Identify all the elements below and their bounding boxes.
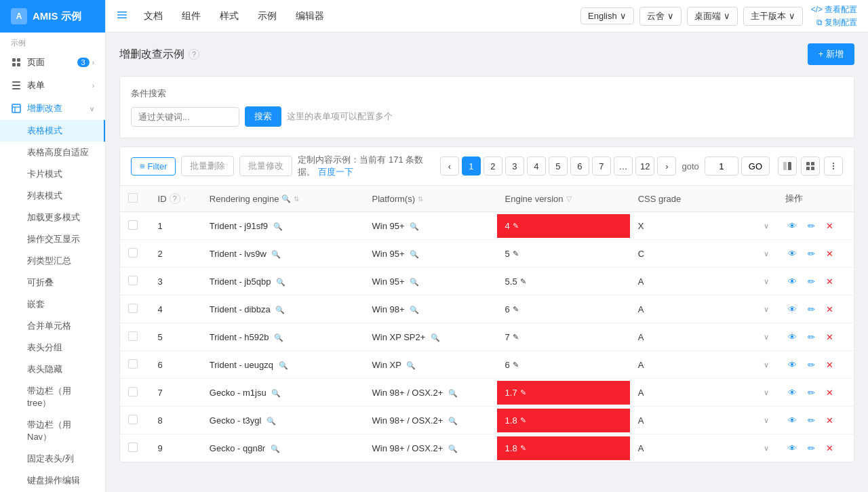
row-expand-icon[interactable]: ∨ [764, 444, 769, 453]
edit-icon[interactable]: ✏ [804, 386, 818, 399]
page-btn-3[interactable]: 3 [505, 157, 524, 176]
row-render-search-icon[interactable]: 🔍 [275, 306, 285, 314]
row-engine-edit-icon[interactable]: ✎ [520, 388, 526, 397]
nav-components[interactable]: 组件 [174, 0, 209, 33]
nav-styles[interactable]: 样式 [212, 0, 247, 33]
toolbar-hint-link[interactable]: 百度一下 [318, 167, 353, 177]
sidebar-sub-list-mode[interactable]: 列表模式 [0, 185, 105, 207]
row-expand-icon[interactable]: ∨ [764, 361, 769, 369]
goto-input[interactable] [705, 157, 738, 176]
row-render-search-icon[interactable]: 🔍 [271, 250, 281, 258]
delete-icon[interactable]: ✕ [823, 413, 837, 427]
column-settings-icon-btn[interactable] [778, 157, 797, 176]
menu-icon[interactable] [117, 9, 127, 23]
id-sort-icon[interactable]: ↑ [183, 195, 186, 203]
sidebar-sub-collapsible[interactable]: 可折叠 [0, 272, 105, 293]
delete-icon[interactable]: ✕ [823, 302, 837, 316]
filter-button[interactable]: ≡ Filter [131, 157, 176, 176]
view-icon[interactable]: 👁 [785, 441, 799, 455]
select-all-checkbox[interactable] [128, 193, 138, 203]
add-button[interactable]: + 新增 [808, 43, 854, 65]
row-render-search-icon[interactable]: 🔍 [274, 333, 283, 342]
row-platform-search-icon[interactable]: 🔍 [410, 278, 419, 286]
row-render-search-icon[interactable]: 🔍 [279, 361, 288, 369]
row-checkbox[interactable] [128, 359, 138, 369]
page-btn-1[interactable]: 1 [462, 157, 481, 176]
row-platform-search-icon[interactable]: 🔍 [448, 389, 458, 397]
page-btn-6[interactable]: 6 [570, 157, 589, 176]
edit-icon[interactable]: ✏ [804, 441, 818, 455]
page-help-icon[interactable]: ? [189, 49, 199, 60]
row-engine-edit-icon[interactable]: ✎ [513, 249, 519, 258]
sidebar-sub-nested[interactable]: 嵌套 [0, 293, 105, 315]
row-engine-edit-icon[interactable]: ✎ [520, 416, 526, 425]
view-config-link[interactable]: </> 查看配置 [811, 4, 857, 16]
engine-filter-icon[interactable]: ▽ [566, 194, 572, 203]
page-btn-4[interactable]: 4 [527, 157, 546, 176]
sidebar-sub-load-more[interactable]: 加载更多模式 [0, 207, 105, 228]
row-checkbox[interactable] [128, 331, 138, 341]
go-button[interactable]: GO [741, 157, 770, 176]
row-engine-edit-icon[interactable]: ✎ [513, 361, 519, 369]
edit-icon[interactable]: ✏ [804, 330, 818, 344]
next-page-btn[interactable]: › [657, 157, 676, 176]
view-icon[interactable]: 👁 [785, 274, 799, 288]
render-sort-icon[interactable]: ⇅ [294, 195, 299, 203]
row-engine-edit-icon[interactable]: ✎ [520, 444, 526, 453]
sidebar-sub-table-mode[interactable]: 表格模式 [0, 120, 105, 142]
view-icon[interactable]: 👁 [785, 358, 799, 371]
edit-icon[interactable]: ✏ [804, 413, 818, 427]
sidebar-sub-op-display[interactable]: 操作交互显示 [0, 228, 105, 250]
row-expand-icon[interactable]: ∨ [764, 222, 769, 230]
delete-icon[interactable]: ✕ [823, 247, 837, 260]
edit-icon[interactable]: ✏ [804, 302, 818, 316]
row-platform-search-icon[interactable]: 🔍 [406, 361, 416, 369]
sidebar-sub-card-mode[interactable]: 卡片模式 [0, 163, 105, 185]
row-checkbox[interactable] [128, 415, 138, 424]
prev-page-btn[interactable]: ‹ [440, 157, 459, 176]
batch-delete-button[interactable]: 批量删除 [181, 156, 234, 176]
view-icon[interactable]: 👁 [785, 302, 799, 316]
platform-sort-icon[interactable]: ⇅ [418, 195, 423, 203]
row-expand-icon[interactable]: ∨ [764, 305, 769, 314]
delete-icon[interactable]: ✕ [823, 274, 837, 288]
edit-icon[interactable]: ✏ [804, 274, 818, 288]
view-icon[interactable]: 👁 [785, 330, 799, 344]
row-expand-icon[interactable]: ∨ [764, 416, 769, 425]
sidebar-sub-type-summary[interactable]: 列类型汇总 [0, 250, 105, 272]
row-engine-edit-icon[interactable]: ✎ [513, 222, 519, 230]
delete-icon[interactable]: ✕ [823, 219, 837, 232]
row-engine-edit-icon[interactable]: ✎ [513, 305, 519, 314]
edit-icon[interactable]: ✏ [804, 247, 818, 260]
view-icon[interactable]: 👁 [785, 413, 799, 427]
row-checkbox[interactable] [128, 220, 138, 230]
copy-config-link[interactable]: ⧉ 复制配置 [816, 17, 857, 28]
row-render-search-icon[interactable]: 🔍 [271, 445, 280, 453]
sidebar-item-crud[interactable]: 增删改查 ∨ [0, 97, 105, 120]
version-selector[interactable]: 主干版本 ∨ [743, 7, 803, 26]
page-btn-5[interactable]: 5 [549, 157, 568, 176]
sidebar-sub-head-hide[interactable]: 表头隐藏 [0, 358, 105, 380]
row-platform-search-icon[interactable]: 🔍 [410, 306, 419, 314]
row-expand-icon[interactable]: ∨ [764, 388, 769, 397]
sidebar-sub-head-group[interactable]: 表头分组 [0, 337, 105, 358]
view-icon[interactable]: 👁 [785, 247, 799, 260]
row-checkbox[interactable] [128, 387, 138, 396]
row-platform-search-icon[interactable]: 🔍 [448, 417, 458, 425]
row-checkbox[interactable] [128, 276, 138, 285]
nav-docs[interactable]: 文档 [136, 0, 171, 33]
search-input[interactable] [131, 107, 239, 127]
grid-view-icon-btn[interactable] [801, 157, 820, 176]
sidebar-sub-table-height[interactable]: 表格高度自适应 [0, 142, 105, 163]
sidebar-sub-sidebar-nav[interactable]: 带边栏（用 Nav） [0, 414, 105, 448]
delete-icon[interactable]: ✕ [823, 358, 837, 371]
search-button[interactable]: 搜索 [245, 106, 281, 127]
render-search-icon[interactable]: 🔍 [281, 194, 291, 203]
row-expand-icon[interactable]: ∨ [764, 333, 769, 342]
row-render-search-icon[interactable]: 🔍 [276, 278, 285, 286]
page-btn-12[interactable]: 12 [635, 157, 654, 176]
view-icon[interactable]: 👁 [785, 386, 799, 399]
page-btn-2[interactable]: 2 [484, 157, 502, 176]
row-expand-icon[interactable]: ∨ [764, 277, 769, 286]
sidebar-sub-merge-cells[interactable]: 合并单元格 [0, 315, 105, 337]
